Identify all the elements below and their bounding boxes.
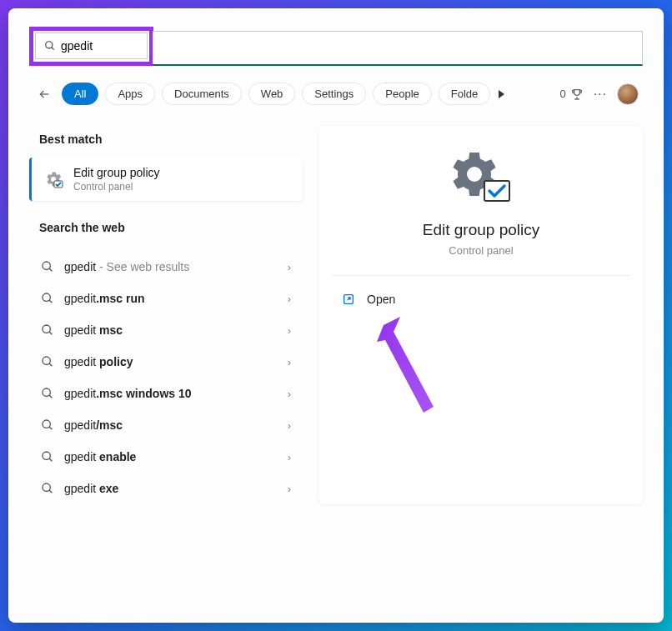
annotation-highlight (29, 27, 153, 66)
open-action[interactable]: Open (332, 284, 630, 314)
search-window: All Apps Documents Web Settings People F… (8, 8, 664, 623)
svg-point-12 (43, 388, 50, 396)
web-result-label: gpedit - See web results (64, 260, 278, 273)
trophy-icon (570, 88, 584, 101)
web-result-label: gpedit exe (64, 482, 278, 495)
search-icon (41, 323, 54, 337)
rewards-badge[interactable]: 0 (559, 88, 583, 101)
arrow-left-icon (38, 88, 51, 101)
search-web-heading: Search the web (29, 214, 303, 246)
content-area: Best match Edit group policy Control pan… (29, 126, 643, 504)
detail-icon-wrap (332, 151, 630, 204)
search-icon (41, 292, 54, 305)
best-match-title: Edit group policy (73, 166, 160, 179)
best-match-heading: Best match (29, 126, 303, 158)
avatar[interactable] (617, 83, 639, 105)
open-external-icon (342, 293, 355, 306)
filter-web[interactable]: Web (248, 83, 296, 105)
svg-line-19 (49, 490, 52, 493)
svg-line-9 (49, 332, 52, 334)
best-match-result[interactable]: Edit group policy Control panel (29, 158, 303, 201)
web-result[interactable]: gpedit enable › (29, 441, 303, 473)
search-icon (41, 387, 54, 400)
web-result-label: gpedit msc (64, 323, 278, 337)
more-options-button[interactable]: ··· (590, 87, 610, 102)
svg-line-5 (49, 268, 52, 271)
filter-toolbar: All Apps Documents Web Settings People F… (29, 83, 643, 105)
svg-point-18 (43, 483, 50, 491)
web-result[interactable]: gpedit - See web results › (29, 251, 303, 283)
svg-point-10 (43, 357, 50, 364)
rewards-count: 0 (559, 88, 565, 100)
open-label: Open (367, 293, 395, 306)
more-filters-icon[interactable] (499, 90, 504, 98)
back-button[interactable] (33, 83, 55, 105)
chevron-right-icon: › (288, 356, 291, 368)
chevron-right-icon: › (288, 483, 291, 495)
gear-check-icon (43, 169, 63, 189)
filter-all[interactable]: All (62, 83, 98, 105)
search-icon (41, 355, 54, 368)
web-result[interactable]: gpedit.msc windows 10 › (29, 378, 303, 409)
svg-line-1 (52, 48, 54, 50)
filter-apps[interactable]: Apps (105, 83, 155, 105)
svg-point-14 (43, 420, 50, 428)
svg-point-4 (43, 262, 50, 269)
web-result[interactable]: gpedit msc › (29, 314, 303, 346)
divider (332, 275, 630, 276)
filter-folders[interactable]: Folde (439, 83, 491, 105)
svg-point-0 (46, 42, 53, 48)
best-match-subtitle: Control panel (73, 181, 160, 193)
web-result[interactable]: gpedit policy › (29, 346, 303, 378)
search-box[interactable] (35, 33, 148, 59)
search-bar-extension[interactable] (153, 31, 643, 66)
detail-title: Edit group policy (332, 221, 630, 239)
detail-subtitle: Control panel (332, 244, 630, 257)
chevron-right-icon: › (288, 451, 291, 463)
chevron-right-icon: › (288, 261, 291, 273)
web-result[interactable]: gpedit/msc › (29, 409, 303, 441)
web-result[interactable]: gpedit.msc run › (29, 283, 303, 314)
web-results-list: gpedit - See web results › gpedit.msc ru… (29, 251, 303, 504)
svg-line-7 (49, 300, 52, 303)
filter-settings[interactable]: Settings (302, 83, 366, 105)
svg-line-15 (49, 427, 52, 429)
svg-point-16 (43, 452, 50, 459)
search-row (29, 27, 643, 66)
search-icon (44, 40, 56, 52)
svg-line-13 (49, 395, 52, 398)
filter-people[interactable]: People (373, 83, 431, 105)
web-result-label: gpedit.msc run (64, 292, 278, 305)
web-result-label: gpedit/msc (64, 418, 278, 432)
web-result-label: gpedit policy (64, 355, 278, 368)
search-icon (41, 450, 54, 463)
chevron-right-icon: › (288, 293, 291, 305)
chevron-right-icon: › (288, 419, 291, 432)
search-input[interactable] (61, 39, 136, 53)
web-result-label: gpedit.msc windows 10 (64, 387, 278, 400)
filter-documents[interactable]: Documents (162, 83, 242, 105)
svg-line-17 (49, 458, 52, 461)
svg-point-8 (43, 325, 50, 333)
web-result-label: gpedit enable (64, 450, 278, 463)
search-icon (41, 260, 54, 273)
search-icon (41, 482, 54, 495)
web-result[interactable]: gpedit exe › (29, 473, 303, 504)
results-column: Best match Edit group policy Control pan… (29, 126, 303, 504)
gear-check-large-icon (451, 151, 511, 204)
svg-point-6 (43, 293, 50, 301)
svg-line-11 (49, 363, 52, 366)
search-icon (41, 418, 54, 432)
chevron-right-icon: › (288, 388, 291, 400)
detail-panel: Edit group policy Control panel Open (319, 126, 643, 504)
chevron-right-icon: › (288, 324, 291, 337)
